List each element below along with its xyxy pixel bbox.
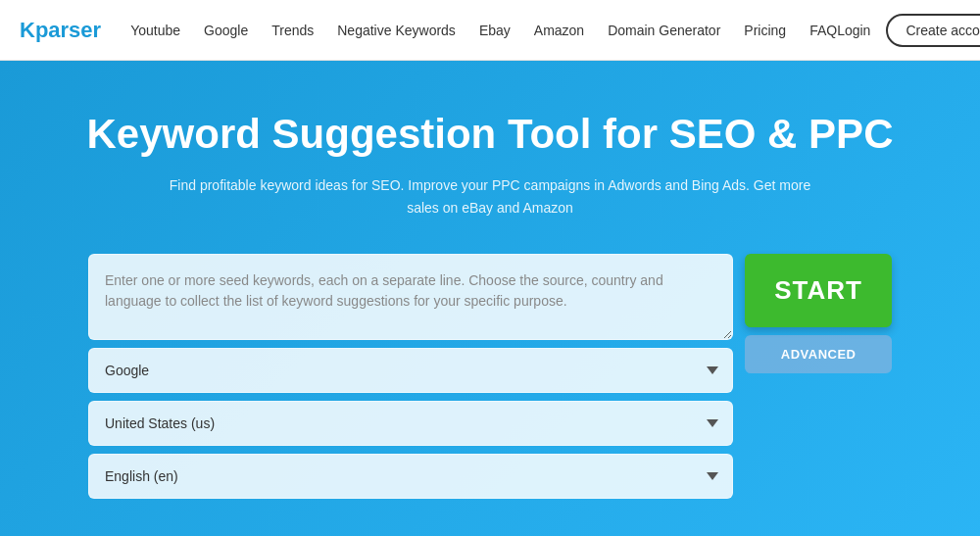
keywords-textarea[interactable]: [88, 254, 733, 340]
advanced-button[interactable]: ADVANCED: [745, 335, 892, 373]
nav-item-trends[interactable]: Trends: [271, 23, 314, 38]
nav-item-faq[interactable]: FAQ: [809, 23, 837, 38]
nav-item-youtube[interactable]: Youtube: [130, 23, 180, 38]
search-form: Google YouTube Bing Amazon eBay United S…: [88, 254, 892, 499]
nav-item-negative-keywords[interactable]: Negative Keywords: [337, 23, 456, 38]
nav-item-pricing[interactable]: Pricing: [744, 23, 786, 38]
nav-links: Youtube Google Trends Negative Keywords …: [130, 22, 837, 39]
language-select[interactable]: English (en) Spanish (es) French (fr) Ge…: [88, 454, 733, 499]
nav-item-ebay[interactable]: Ebay: [479, 23, 511, 38]
nav-actions: Login Create account: [837, 14, 980, 47]
hero-subtitle: Find profitable keyword ideas for SEO. I…: [157, 174, 823, 219]
nav-item-google[interactable]: Google: [204, 23, 248, 38]
start-button[interactable]: START: [745, 254, 892, 327]
hero-title: Keyword Suggestion Tool for SEO & PPC: [20, 110, 960, 159]
navbar: Kparser Youtube Google Trends Negative K…: [0, 0, 980, 61]
form-left: Google YouTube Bing Amazon eBay United S…: [88, 254, 733, 499]
create-account-button[interactable]: Create account: [886, 14, 980, 47]
country-select[interactable]: United States (us) United Kingdom (uk) C…: [88, 401, 733, 446]
logo[interactable]: Kparser: [20, 18, 101, 43]
nav-item-domain-generator[interactable]: Domain Generator: [608, 23, 720, 38]
nav-item-amazon[interactable]: Amazon: [534, 23, 584, 38]
source-select[interactable]: Google YouTube Bing Amazon eBay: [88, 348, 733, 393]
hero-section: Keyword Suggestion Tool for SEO & PPC Fi…: [0, 61, 980, 536]
form-right: START ADVANCED: [745, 254, 892, 373]
login-button[interactable]: Login: [837, 23, 870, 38]
